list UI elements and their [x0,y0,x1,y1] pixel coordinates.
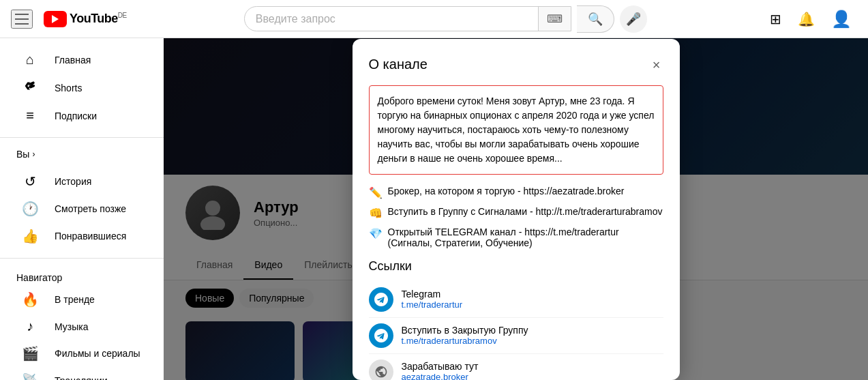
search-bar: ⌨ [244,6,571,31]
about-channel-modal: О канале × Доброго времени суток! Меня з… [353,39,680,380]
modal-link-name-telegram2: Вступить в Закрытую Группу [402,325,528,336]
links-section-title: Ссылки [369,259,663,274]
header-left: YouTubeDE [11,10,127,29]
modal-link-url-telegram2[interactable]: t.me/traderarturabramov [402,336,528,346]
header-center: ⌨ 🔍 🎤 [127,5,764,33]
modal-link-item-telegram-text: Открытый TELEGRAM канал - https://t.me/t… [388,226,663,248]
modal-link-url-website[interactable]: aezatrade.broker [402,372,479,380]
create-button[interactable]: ⊞ [764,5,787,33]
sidebar-item-music-label: Музыка [55,321,89,332]
modal-description: Доброго времени суток! Меня зовут Артур,… [369,85,663,175]
modal-link-name-website: Зарабатываю тут [402,361,479,372]
modal-link-card-website[interactable]: Зарабатываю тут aezatrade.broker [369,354,663,380]
sidebar-item-shorts-label: Shorts [55,83,82,93]
pencil-icon: ✏️ [369,186,383,199]
live-icon: 📡 [22,372,38,380]
sidebar-item-home-label: Главная [55,55,91,65]
youtube-wordmark: YouTubeDE [70,12,127,26]
sidebar-item-trending-label: В тренде [55,294,95,305]
sidebar-item-history-label: История [55,176,91,187]
header-right: ⊞ 🔔 👤 [764,4,857,34]
modal-header: О канале × [369,55,663,74]
divider-1 [0,137,164,138]
sidebar-item-watch-later[interactable]: 🕐 Смотреть позже [5,195,158,222]
modal-title: О канале [369,57,428,72]
diamond-icon: 💎 [369,227,383,240]
modal-link-name-telegram1: Telegram [402,289,463,299]
history-icon: ↺ [22,173,38,190]
modal-link-item-group-text: Вступить в Группу с Сигналами - http://t… [388,206,663,217]
youtube-icon [44,11,67,27]
music-icon: ♪ [22,319,38,334]
divider-2 [0,258,164,259]
sidebar-item-home[interactable]: ⌂ Главная [5,46,158,73]
modal-link-info-telegram1: Telegram t.me/traderartur [402,289,463,310]
home-icon: ⌂ [22,52,38,68]
modal-link-info-website: Зарабатываю тут aezatrade.broker [402,361,479,380]
modal-close-button[interactable]: × [650,55,663,74]
navigator-title: Навигатор [0,267,164,286]
modal-link-item-group: 👊 Вступить в Группу с Сигналами - http:/… [369,206,663,220]
sidebar-item-shorts[interactable]: Shorts [5,73,158,102]
watch-later-icon: 🕐 [22,201,38,217]
modal-link-item-broker-text: Брокер, на котором я торгую - https://ae… [388,186,625,196]
sidebar-item-movies-label: Фильмы и сериалы [55,348,140,359]
sidebar-item-live[interactable]: 📡 Трансляции [5,367,158,380]
header: YouTubeDE ⌨ 🔍 🎤 ⊞ 🔔 👤 [0,0,868,38]
sidebar-section-you: ↺ История 🕐 Смотреть позже 👍 Понравившие… [0,165,164,252]
menu-button[interactable] [11,10,33,29]
liked-icon: 👍 [22,228,38,244]
main-content: Артур Опционо... Главная Видео Плейлисты… [164,38,868,380]
sidebar-item-subscriptions-label: Подписки [55,111,97,121]
telegram-logo-1 [369,287,393,312]
shorts-icon [22,78,38,97]
sidebar-item-trending[interactable]: 🔥 В тренде [5,286,158,313]
voice-search-button[interactable]: 🎤 [620,5,647,33]
modal-link-item-broker: ✏️ Брокер, на котором я торгую - https:/… [369,186,663,199]
modal-link-url-telegram1[interactable]: t.me/traderartur [402,299,463,310]
movies-icon: 🎬 [22,345,38,362]
youtube-logo[interactable]: YouTubeDE [44,11,127,27]
modal-link-card-telegram1[interactable]: Telegram t.me/traderartur [369,282,663,318]
sidebar-item-movies[interactable]: 🎬 Фильмы и сериалы [5,340,158,367]
globe-logo [369,360,393,380]
modal-link-card-telegram2[interactable]: Вступить в Закрытую Группу t.me/traderar… [369,318,663,354]
chevron-right-icon: › [32,149,35,159]
modal-link-item-telegram: 💎 Открытый TELEGRAM канал - https://t.me… [369,226,663,248]
account-button[interactable]: 👤 [826,4,857,34]
sidebar-section-nav: Навигатор 🔥 В тренде ♪ Музыка 🎬 Фильмы и… [0,264,164,380]
trending-icon: 🔥 [22,291,38,308]
subscriptions-icon: ≡ [22,108,38,123]
sidebar-you-label: Вы [16,149,29,160]
sidebar-item-live-label: Трансляции [55,375,107,380]
sidebar-item-liked[interactable]: 👍 Понравившиеся [5,222,158,250]
modal-link-info-telegram2: Вступить в Закрытую Группу t.me/traderar… [402,325,528,346]
notifications-button[interactable]: 🔔 [792,5,820,33]
sidebar-item-music[interactable]: ♪ Музыка [5,313,158,340]
main-layout: ⌂ Главная Shorts ≡ Подписки Вы › ↺ Истор [0,38,868,380]
keyboard-button[interactable]: ⌨ [538,7,571,31]
modal-overlay[interactable]: О канале × Доброго времени суток! Меня з… [164,38,868,380]
sidebar-you[interactable]: Вы › [0,143,164,165]
sidebar-section-main: ⌂ Главная Shorts ≡ Подписки [0,44,164,132]
sidebar-item-watch-later-label: Смотреть позже [55,203,126,214]
sidebar-item-liked-label: Понравившиеся [55,231,126,242]
modal-link-items: ✏️ Брокер, на котором я торгую - https:/… [369,186,663,248]
search-input[interactable] [245,8,538,31]
fist-icon: 👊 [369,207,383,220]
telegram-logo-2 [369,323,393,348]
sidebar-item-history[interactable]: ↺ История [5,168,158,195]
sidebar: ⌂ Главная Shorts ≡ Подписки Вы › ↺ Истор [0,38,164,380]
sidebar-item-subscriptions[interactable]: ≡ Подписки [5,102,158,129]
search-button[interactable]: 🔍 [577,5,614,33]
